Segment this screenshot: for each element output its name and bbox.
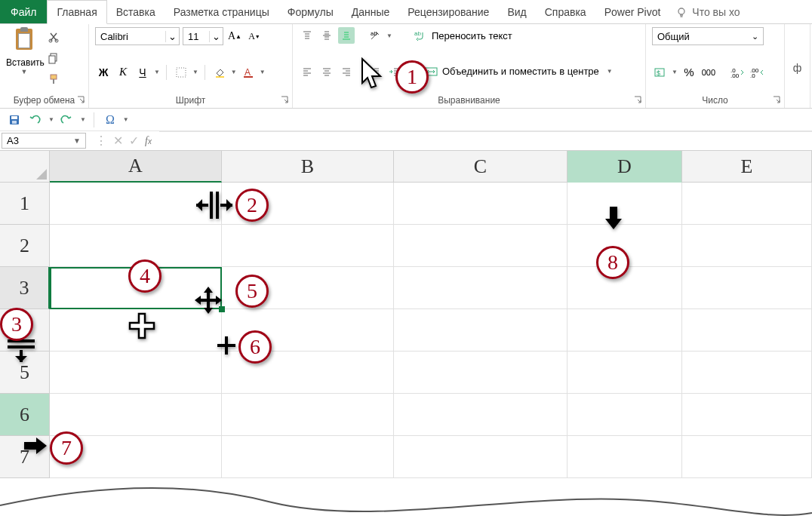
cells-area[interactable] <box>50 183 812 478</box>
column-header-d[interactable]: D <box>567 151 682 183</box>
align-bottom-button[interactable] <box>338 27 355 44</box>
ribbon-tabstrip: Файл Главная Вставка Разметка страницы Ф… <box>0 0 812 24</box>
column-header-b[interactable]: B <box>222 151 394 183</box>
tab-view[interactable]: Вид <box>498 0 535 23</box>
percent-button[interactable]: % <box>681 64 697 81</box>
formula-bar-input[interactable] <box>159 131 812 150</box>
chevron-down-icon[interactable]: ⌄ <box>209 31 223 42</box>
callout-1: 1 <box>395 60 429 94</box>
underline-menu[interactable]: ▼ <box>154 69 160 75</box>
row-header-6[interactable]: 6 <box>0 394 50 436</box>
svg-rect-8 <box>216 76 224 78</box>
fill-color-button[interactable] <box>211 64 228 81</box>
group-number-label: Число <box>652 93 778 108</box>
paste-button[interactable]: Вставить ▼ <box>6 27 42 75</box>
worksheet-grid[interactable]: A B C D E 1 2 3 4 5 6 7 <box>0 151 812 492</box>
group-font: Calibri ⌄ 11 ⌄ A▲ A▼ Ж К Ч ▼ ▼ ▼ A ▼ Шри… <box>89 24 293 108</box>
undo-menu[interactable]: ▼ <box>48 116 54 123</box>
increase-font-button[interactable]: A▲ <box>226 28 243 45</box>
cut-button[interactable] <box>45 29 62 45</box>
borders-button[interactable] <box>173 64 189 81</box>
font-color-menu[interactable]: ▼ <box>260 69 266 75</box>
bucket-icon <box>214 66 226 78</box>
svg-text:.00: .00 <box>730 72 740 78</box>
tab-home[interactable]: Главная <box>47 0 106 24</box>
svg-rect-21 <box>11 116 17 119</box>
font-name-combo[interactable]: Calibri ⌄ <box>95 27 180 45</box>
tab-review[interactable]: Рецензирование <box>398 0 498 23</box>
redo-button[interactable] <box>59 112 75 128</box>
name-box[interactable]: A3 ▼ <box>2 133 86 149</box>
comma-style-button[interactable]: 000 <box>700 64 717 81</box>
column-header-c[interactable]: C <box>394 151 567 183</box>
svg-rect-5 <box>51 75 57 79</box>
insert-function-button[interactable]: fx <box>145 135 152 147</box>
bold-button[interactable]: Ж <box>95 64 112 81</box>
lightbulb-icon <box>675 6 687 18</box>
alignment-dialog-launcher[interactable] <box>633 95 644 106</box>
accounting-format-button[interactable]: $ <box>652 64 669 81</box>
clipboard-dialog-launcher[interactable] <box>76 95 87 106</box>
tab-page-layout[interactable]: Разметка страницы <box>165 0 278 23</box>
group-alignment: ab ▼ ab Переносить текст Объединить и по… <box>293 24 646 108</box>
increase-decimal-button[interactable]: .0.00 <box>729 64 746 81</box>
borders-menu[interactable]: ▼ <box>192 69 198 75</box>
align-top-button[interactable] <box>299 27 315 44</box>
accounting-menu[interactable]: ▼ <box>672 69 678 75</box>
wrap-text-button[interactable]: ab <box>412 27 429 44</box>
undo-button[interactable] <box>27 112 44 128</box>
group-alignment-label: Выравнивание <box>299 93 639 108</box>
align-center-button[interactable] <box>318 63 335 80</box>
tab-formulas[interactable]: Формулы <box>278 0 343 23</box>
chevron-down-icon[interactable]: ⌄ <box>752 32 758 41</box>
font-size-combo[interactable]: 11 ⌄ <box>183 27 223 45</box>
column-header-a[interactable]: A <box>50 151 222 183</box>
fill-color-menu[interactable]: ▼ <box>231 69 237 75</box>
row-header-3[interactable]: 3 <box>0 267 50 309</box>
format-painter-button[interactable] <box>45 71 62 87</box>
clipboard-icon <box>11 27 37 57</box>
omega-button[interactable]: Ω <box>102 112 118 128</box>
tab-insert[interactable]: Вставка <box>107 0 165 23</box>
select-all-corner[interactable] <box>0 151 50 183</box>
font-color-button[interactable]: A <box>240 64 257 81</box>
column-header-e[interactable]: E <box>682 151 812 183</box>
merge-center-label[interactable]: Объединить и поместить в центре <box>442 66 599 77</box>
orientation-menu[interactable]: ▼ <box>386 32 392 39</box>
decrease-font-button[interactable]: A▼ <box>246 28 263 45</box>
pointer-cursor-icon <box>359 57 385 94</box>
tab-help[interactable]: Справка <box>536 0 595 23</box>
tell-me[interactable]: Что вы хо <box>669 0 746 23</box>
torn-edge-decoration <box>0 475 812 528</box>
font-dialog-launcher[interactable] <box>280 95 291 106</box>
number-format-combo[interactable]: Общий ⌄ <box>652 27 764 45</box>
callout-3: 3 <box>0 308 33 341</box>
row-header-2[interactable]: 2 <box>0 225 50 267</box>
align-middle-button[interactable] <box>318 27 335 44</box>
orientation-button[interactable]: ab <box>367 27 383 44</box>
number-dialog-launcher[interactable] <box>772 95 783 106</box>
align-right-button[interactable] <box>338 63 355 80</box>
merge-menu[interactable]: ▼ <box>607 68 613 75</box>
chevron-down-icon[interactable]: ▼ <box>73 137 81 145</box>
redo-icon <box>60 114 74 126</box>
tab-file[interactable]: Файл <box>0 0 47 23</box>
tab-power-pivot[interactable]: Power Pivot <box>595 0 670 23</box>
italic-button[interactable]: К <box>115 64 131 81</box>
cancel-formula-button[interactable]: ✕ <box>113 134 123 148</box>
copy-button[interactable] <box>45 50 62 66</box>
underline-button[interactable]: Ч <box>134 64 151 81</box>
paintbrush-icon <box>48 73 60 85</box>
align-left-button[interactable] <box>299 63 315 80</box>
redo-menu[interactable]: ▼ <box>80 116 86 123</box>
select-row-arrow-icon <box>23 436 48 456</box>
chevron-down-icon[interactable]: ⌄ <box>165 31 179 42</box>
decrease-decimal-button[interactable]: .00.0 <box>749 64 765 81</box>
tab-data[interactable]: Данные <box>343 0 399 23</box>
group-font-label: Шрифт <box>95 93 286 108</box>
row-header-1[interactable]: 1 <box>0 183 50 225</box>
save-button[interactable] <box>6 112 23 128</box>
enter-formula-button[interactable]: ✓ <box>129 134 139 148</box>
wrap-text-label[interactable]: Переносить текст <box>432 30 512 41</box>
qat-customize[interactable]: ▼ <box>123 116 129 123</box>
